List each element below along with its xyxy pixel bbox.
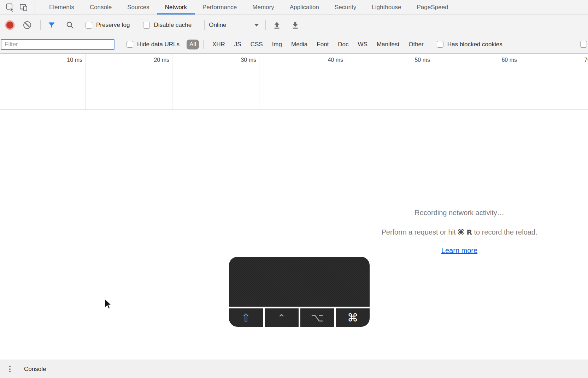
search-button[interactable]: [63, 18, 77, 32]
timeline-tick-label: 30 ms: [228, 57, 256, 63]
filter-type-doc[interactable]: Doc: [338, 41, 348, 48]
control-key-icon: ⌃: [277, 313, 286, 323]
tabbar-icons: [0, 0, 39, 14]
network-toolbar: Preserve log Disable cache Online: [0, 15, 588, 35]
recording-status-text: Recording network activity…: [350, 209, 569, 217]
option-key: ⌥: [300, 308, 334, 327]
import-har-button[interactable]: [270, 18, 283, 32]
record-button[interactable]: [6, 22, 13, 29]
funnel-icon: [47, 21, 56, 29]
console-drawer[interactable]: Console: [0, 360, 588, 378]
mouse-cursor: [104, 298, 113, 312]
arrow-cursor-icon: [104, 298, 113, 310]
import-upload-icon: [272, 21, 281, 30]
control-key: ⌃: [265, 308, 299, 327]
filter-type-all[interactable]: All: [187, 40, 199, 49]
disable-cache-label: Disable cache: [154, 22, 192, 29]
hide-data-urls-label: Hide data URLs: [137, 41, 180, 48]
filter-toggle-button[interactable]: [45, 18, 58, 32]
blocked-requests-checkbox[interactable]: [580, 41, 587, 48]
timeline-gridline: [433, 54, 433, 110]
preserve-log-checkbox[interactable]: [86, 22, 92, 29]
empty-state: Recording network activity… Perform a re…: [350, 209, 569, 255]
learn-more-link[interactable]: Learn more: [441, 247, 477, 254]
inspect-element-button[interactable]: [4, 1, 17, 14]
has-blocked-cookies-label: Has blocked cookies: [447, 41, 502, 48]
filter-type-media[interactable]: Media: [291, 41, 307, 48]
filter-type-img[interactable]: Img: [272, 41, 282, 48]
preserve-log-label: Preserve log: [96, 22, 130, 29]
timeline-tick-label: 20 ms: [141, 57, 169, 63]
tab-sources[interactable]: Sources: [119, 0, 157, 14]
command-key-icon: ⌘: [347, 312, 358, 323]
overflow-menu-icon[interactable]: [9, 366, 11, 372]
separator: [81, 20, 81, 30]
shift-key: ⇧: [229, 308, 263, 327]
timeline-gridline: [259, 54, 259, 110]
timeline-gridline: [346, 54, 346, 110]
tab-elements[interactable]: Elements: [41, 0, 82, 14]
timeline-tick-label: 70 ms: [571, 57, 588, 63]
hide-data-urls-checkbox[interactable]: [127, 41, 133, 48]
clear-button[interactable]: [23, 21, 31, 29]
tab-console[interactable]: Console: [82, 0, 119, 14]
preserve-log-toggle[interactable]: Preserve log: [86, 22, 130, 29]
disable-cache-checkbox[interactable]: [143, 22, 150, 29]
separator: [35, 2, 35, 12]
chevron-down-icon: [254, 24, 259, 26]
timeline-gridline: [520, 54, 520, 110]
tab-pagespeed[interactable]: PageSpeed: [409, 0, 456, 14]
tab-strip: ElementsConsoleSourcesNetworkPerformance…: [39, 0, 456, 14]
shift-key-icon: ⇧: [241, 312, 251, 323]
instruction-text: Perform a request or hit ⌘ R to record t…: [350, 228, 569, 236]
filter-type-manifest[interactable]: Manifest: [377, 41, 399, 48]
filter-type-ws[interactable]: WS: [358, 41, 368, 48]
tab-lighthouse[interactable]: Lighthouse: [364, 0, 409, 14]
drawer-title: Console: [24, 366, 46, 373]
export-download-icon: [291, 21, 300, 30]
filter-type-other[interactable]: Other: [408, 41, 424, 48]
export-har-button[interactable]: [288, 18, 302, 32]
has-blocked-cookies-toggle[interactable]: Has blocked cookies: [437, 41, 502, 48]
timeline-tick-label: 50 ms: [402, 57, 430, 63]
tab-application[interactable]: Application: [282, 0, 327, 14]
filter-type-list: AllXHRJSCSSImgMediaFontDocWSManifestOthe…: [186, 40, 428, 49]
filter-bar: Hide data URLs AllXHRJSCSSImgMediaFontDo…: [0, 35, 588, 54]
filter-type-js[interactable]: JS: [234, 41, 241, 48]
search-icon: [66, 21, 74, 29]
has-blocked-cookies-checkbox[interactable]: [437, 41, 443, 48]
option-key-icon: ⌥: [311, 312, 324, 323]
throttling-value: Online: [209, 22, 226, 29]
filter-type-xhr[interactable]: XHR: [212, 41, 225, 48]
instruction-pre: Perform a request or hit: [381, 228, 458, 236]
separator: [204, 20, 205, 30]
timeline-gridline: [85, 54, 86, 110]
filter-type-css[interactable]: CSS: [251, 41, 263, 48]
device-toolbar-icon: [19, 3, 28, 12]
filter-type-font[interactable]: Font: [317, 41, 329, 48]
keyboard-overlay-modifier-row: ⇧⌃⌥⌘: [229, 308, 370, 327]
hide-data-urls-toggle[interactable]: Hide data URLs: [127, 41, 180, 48]
inspect-cursor-icon: [6, 3, 15, 12]
device-toolbar-button[interactable]: [17, 1, 30, 14]
requests-panel: Recording network activity… Perform a re…: [0, 110, 588, 360]
timeline-gridline: [172, 54, 172, 110]
tab-security[interactable]: Security: [327, 0, 364, 14]
command-key: ⌘: [336, 308, 370, 327]
blocked-requests-toggle[interactable]: [580, 41, 587, 48]
network-overview-timeline: 10 ms20 ms30 ms40 ms50 ms60 ms70 ms: [0, 54, 588, 110]
timeline-tick-label: 10 ms: [54, 57, 82, 63]
tab-network[interactable]: Network: [157, 0, 195, 14]
shortcut-keys-text: ⌘ R: [458, 228, 472, 236]
tab-memory[interactable]: Memory: [245, 0, 282, 14]
timeline-tick-label: 40 ms: [315, 57, 343, 63]
tab-performance[interactable]: Performance: [195, 0, 245, 14]
throttling-select[interactable]: Online: [209, 22, 259, 29]
disable-cache-toggle[interactable]: Disable cache: [143, 22, 192, 29]
separator: [203, 40, 204, 49]
devtools-tabbar: ElementsConsoleSourcesNetworkPerformance…: [0, 0, 588, 15]
keyboard-overlay-display: [229, 257, 370, 307]
filter-input[interactable]: [1, 39, 114, 50]
separator: [265, 20, 266, 30]
keyboard-shortcut-overlay: ⇧⌃⌥⌘: [229, 257, 370, 327]
